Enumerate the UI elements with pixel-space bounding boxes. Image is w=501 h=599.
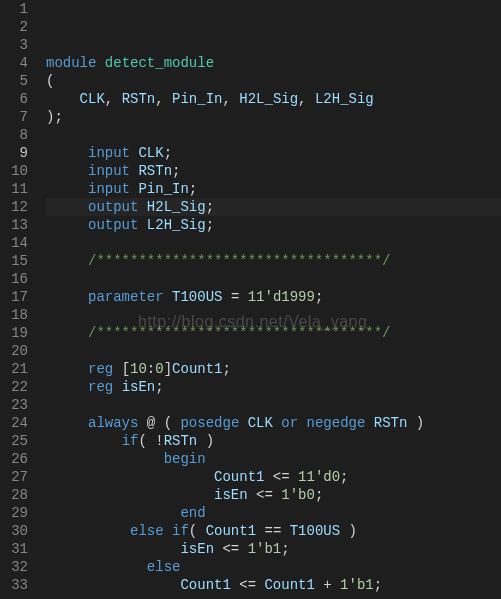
token-kw: if [172, 523, 189, 539]
token-c: ; [189, 181, 197, 197]
code-line [46, 396, 501, 414]
token-p: ( [155, 415, 180, 431]
token-c: ; [281, 541, 289, 557]
token-c: , [105, 91, 113, 107]
token-id: isEn [214, 487, 248, 503]
token-id: Count1 [264, 577, 314, 593]
token-p [46, 451, 164, 467]
line-number: 9 [6, 144, 28, 162]
token-id: T100US [290, 523, 340, 539]
token-p [164, 289, 172, 305]
line-number: 24 [6, 414, 28, 432]
code-line: output H2L_Sig; [46, 198, 501, 216]
token-id: Count1 [172, 361, 222, 377]
token-type: output [88, 199, 138, 215]
token-kw: always [88, 415, 138, 431]
token-p [46, 577, 180, 593]
line-number: 23 [6, 396, 28, 414]
token-c: ; [172, 163, 180, 179]
token-p [164, 523, 172, 539]
code-line: ( [46, 72, 501, 90]
code-line: input Pin_In; [46, 180, 501, 198]
token-c: ] [164, 361, 172, 377]
token-c: ; [164, 145, 172, 161]
token-c: ; [206, 199, 214, 215]
token-num: 1'b0 [281, 487, 315, 503]
token-id: isEn [180, 541, 214, 557]
token-id: RSTn [138, 163, 172, 179]
token-p [46, 199, 88, 215]
token-p [222, 289, 230, 305]
token-c: <= [222, 541, 239, 557]
code-line: end [46, 504, 501, 522]
line-number: 30 [6, 522, 28, 540]
token-c: == [264, 523, 281, 539]
token-p [298, 415, 306, 431]
code-line: begin [46, 450, 501, 468]
token-num: 0 [155, 361, 163, 377]
code-line: always @ ( posedge CLK or negedge RSTn ) [46, 414, 501, 432]
token-type: reg [88, 379, 113, 395]
token-kw: if [122, 433, 139, 449]
token-p [46, 433, 122, 449]
token-type: reg [88, 361, 113, 377]
token-p [164, 91, 172, 107]
token-c: , [298, 91, 306, 107]
token-kw: parameter [88, 289, 164, 305]
token-p [248, 487, 256, 503]
token-p: ) [197, 433, 214, 449]
line-number: 5 [6, 72, 28, 90]
token-p [264, 469, 272, 485]
line-number: 33 [6, 576, 28, 594]
token-c: + [323, 577, 331, 593]
token-p [46, 505, 180, 521]
code-line: input CLK; [46, 144, 501, 162]
token-p [239, 415, 247, 431]
code-line [46, 306, 501, 324]
line-number: 13 [6, 216, 28, 234]
code-line: CLK, RSTn, Pin_In, H2L_Sig, L2H_Sig [46, 90, 501, 108]
code-line [46, 594, 501, 599]
token-p [46, 217, 88, 233]
line-number: 3 [6, 36, 28, 54]
line-number: 12 [6, 198, 28, 216]
line-number: 22 [6, 378, 28, 396]
token-id: L2H_Sig [147, 217, 206, 233]
token-kw: or [281, 415, 298, 431]
token-kw: module [46, 55, 96, 71]
token-c: @ [147, 415, 155, 431]
code-line: else [46, 558, 501, 576]
code-line [46, 126, 501, 144]
code-line: reg [10:0]Count1; [46, 360, 501, 378]
token-p [273, 487, 281, 503]
token-id: Pin_In [138, 181, 188, 197]
token-c: , [155, 91, 163, 107]
line-number: 29 [6, 504, 28, 522]
token-p [138, 415, 146, 431]
token-id: RSTn [164, 433, 198, 449]
token-c: ; [206, 217, 214, 233]
token-c: [ [122, 361, 130, 377]
token-p: ) [407, 415, 424, 431]
code-line [46, 270, 501, 288]
token-num: 1'b1 [248, 541, 282, 557]
token-p [239, 289, 247, 305]
token-c: ; [340, 469, 348, 485]
code-line: Count1 <= 11'd0; [46, 468, 501, 486]
token-p [239, 541, 247, 557]
token-type: input [88, 181, 130, 197]
code-line [46, 234, 501, 252]
line-number: 4 [6, 54, 28, 72]
token-p: ( [138, 433, 155, 449]
token-c: , [222, 91, 230, 107]
code-area[interactable]: http://blog.csdn.net/Vela_yang module de… [38, 0, 501, 599]
token-p [307, 91, 315, 107]
token-p: ) [340, 523, 357, 539]
line-number: 28 [6, 486, 28, 504]
token-p [46, 415, 88, 431]
token-p [46, 325, 88, 341]
token-p [365, 415, 373, 431]
line-number: 21 [6, 360, 28, 378]
token-c: <= [256, 487, 273, 503]
token-p [290, 469, 298, 485]
